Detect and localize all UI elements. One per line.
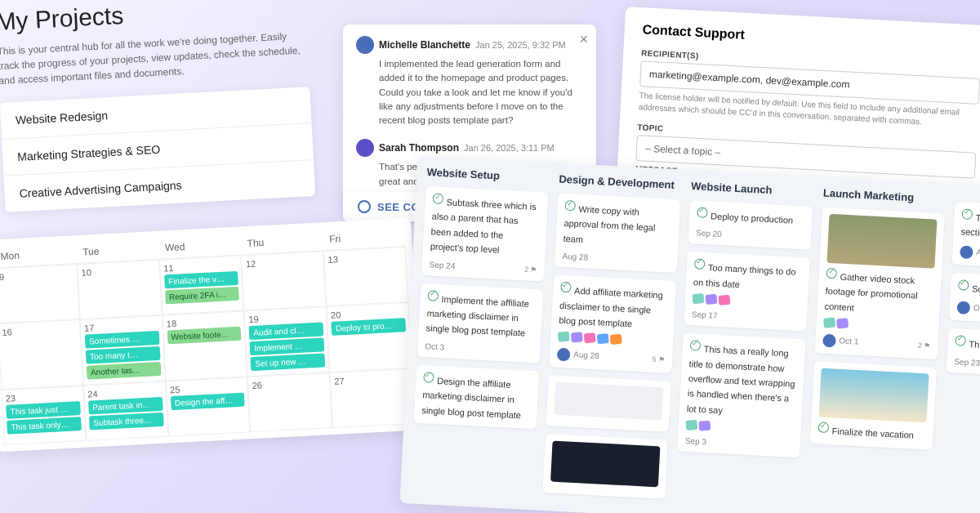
calendar-event[interactable]: Require 2FA i… xyxy=(165,287,240,305)
kanban-card[interactable]: Some POct xyxy=(949,273,980,327)
check-icon xyxy=(694,259,706,270)
comment-author: Sarah Thompson xyxy=(379,142,459,154)
kanban-card[interactable]: Implement the affiliate marketing discla… xyxy=(417,283,544,363)
card-date: Sep 24 xyxy=(429,260,455,270)
calendar-cell[interactable]: 17Sometimes …Too many t…Another tas… xyxy=(80,315,166,386)
kanban-card[interactable]: Write copy with approval from the legal … xyxy=(555,193,681,273)
card-date: Oct 1 xyxy=(839,337,858,346)
calendar-cell[interactable]: 11Finalize the v…Require 2FA i… xyxy=(159,255,244,314)
comment-body: I implemented the lead generation form a… xyxy=(379,57,583,127)
kanban-column: Launch MarketingGather video stock foota… xyxy=(806,186,946,513)
calendar-cell[interactable]: 20Deploy to pro… xyxy=(327,302,412,372)
card-footer: Aug 285 ⚑ xyxy=(557,348,666,367)
calendar-cell[interactable]: 18Website foote… xyxy=(162,310,247,381)
card-date: Oct 3 xyxy=(425,341,444,351)
calendar-event[interactable]: Design the aff… xyxy=(170,393,245,411)
card-footer: Sep 17 xyxy=(692,310,800,324)
card-tags xyxy=(693,293,800,309)
calendar-cell[interactable]: 13 xyxy=(323,247,408,306)
check-icon xyxy=(826,268,837,279)
kanban-card[interactable]: Subtask three which is also a parent tha… xyxy=(421,186,548,281)
calendar-event[interactable]: Website foote… xyxy=(167,327,242,345)
avatar xyxy=(956,301,970,314)
kanban-card[interactable]: Too many things to do on this dateSep 17 xyxy=(684,252,809,332)
card-tags xyxy=(686,420,794,435)
calendar-event[interactable]: Sometimes … xyxy=(85,331,160,349)
kanban-card[interactable]: This name aSep 23 xyxy=(947,328,980,378)
card-footer: Oct 12 ⚑ xyxy=(822,334,931,353)
card-meta: 5 ⚑ xyxy=(652,355,665,364)
calendar-event[interactable]: Audit and cl… xyxy=(249,322,324,340)
card-footer: Sep 242 ⚑ xyxy=(429,260,537,274)
card-text: This name a xyxy=(969,339,980,351)
kanban-board: Website SetupSubtask three which is also… xyxy=(399,155,980,513)
check-icon xyxy=(560,282,572,293)
chat-icon xyxy=(358,200,371,213)
calendar-cell[interactable]: 16 xyxy=(0,319,83,390)
calendar-cell[interactable]: 19Audit and cl…Implement …Set up new … xyxy=(244,306,330,377)
calendar-cell[interactable]: 27 xyxy=(330,368,415,428)
kanban-column-title: Design & Development xyxy=(559,172,682,191)
check-icon xyxy=(690,340,702,351)
card-meta: 2 ⚑ xyxy=(524,265,537,274)
card-image xyxy=(554,382,663,421)
kanban-card[interactable]: Design the affiliate marketing disclaime… xyxy=(414,364,540,429)
calendar-event[interactable]: Set up new … xyxy=(251,353,326,371)
kanban-column: This task is project sectionAug 22Some P… xyxy=(938,194,980,513)
calendar-event[interactable]: This task only… xyxy=(7,417,82,435)
calendar-cell[interactable]: 10 xyxy=(77,260,162,319)
kanban-card[interactable]: Add affiliate marketing disclaimer to th… xyxy=(549,274,676,373)
calendar-event[interactable]: Finalize the v… xyxy=(164,271,239,289)
calendar-cell[interactable]: 25Design the aff… xyxy=(165,377,250,436)
card-tags xyxy=(823,318,931,333)
kanban-column-title xyxy=(956,194,980,200)
calendar-cell[interactable]: 24Parent task in…Subtask three… xyxy=(83,381,168,441)
projects-list: Website Redesign Marketing Strategies & … xyxy=(0,87,315,212)
calendar-event[interactable]: Implement … xyxy=(250,337,325,355)
kanban-card[interactable]: Finalize the vacation xyxy=(810,361,937,449)
avatar xyxy=(557,348,571,362)
card-date: Sep 3 xyxy=(685,436,707,446)
comment: Michelle Blanchette Jan 25, 2025, 9:32 P… xyxy=(356,36,583,127)
card-image xyxy=(826,214,937,269)
calendar-event[interactable]: Deploy to pro… xyxy=(332,318,407,336)
card-footer: Sep 23 xyxy=(954,357,980,372)
card-text: Finalize the vacation xyxy=(831,426,914,440)
card-text: Design the affiliate marketing disclaime… xyxy=(421,376,521,420)
kanban-card[interactable]: Deploy to productionSep 20 xyxy=(688,200,813,250)
kanban-card[interactable] xyxy=(546,375,671,432)
calendar-cell[interactable]: 26 xyxy=(247,372,332,432)
card-date: Oct xyxy=(973,303,980,313)
calendar-cell[interactable]: 9 xyxy=(0,264,80,323)
kanban-card[interactable] xyxy=(542,434,668,499)
kanban-column: Website SetupSubtask three which is also… xyxy=(410,166,550,501)
comment-date: Jan 26, 2025, 3:11 PM xyxy=(464,143,555,153)
kanban-card[interactable]: This has a really long title to demonstr… xyxy=(677,333,805,458)
card-tags xyxy=(558,332,666,347)
kanban-column: Design & DevelopmentWrite copy with appr… xyxy=(542,172,682,507)
card-text: Gather video stock footage for promotion… xyxy=(824,272,918,313)
card-footer: Sep 20 xyxy=(696,229,804,243)
kanban-card[interactable]: This task is project sectionAug 22 xyxy=(952,202,980,271)
calendar-event[interactable]: Subtask three… xyxy=(89,413,164,430)
avatar xyxy=(356,36,374,54)
projects-panel: My Projects This is your central hub for… xyxy=(0,0,315,212)
calendar-event[interactable]: Parent task in… xyxy=(88,397,163,415)
card-footer: Aug 28 xyxy=(562,252,670,266)
card-text: This has a really long title to demonstr… xyxy=(687,344,795,415)
kanban-column-title: Launch Marketing xyxy=(823,186,947,205)
calendar-event[interactable]: This task just … xyxy=(6,401,81,419)
card-text: Add affiliate marketing disclaimer to th… xyxy=(559,286,663,329)
check-icon xyxy=(427,290,439,301)
check-icon xyxy=(433,193,444,204)
calendar-event[interactable]: Another tas… xyxy=(87,362,162,380)
calendar-cell[interactable]: 23This task just …This task only… xyxy=(1,386,86,445)
card-date: Aug 22 xyxy=(976,248,980,258)
calendar-event[interactable]: Too many t… xyxy=(86,346,161,364)
kanban-card[interactable]: Gather video stock footage for promotion… xyxy=(815,207,945,359)
calendar-cell[interactable]: 12 xyxy=(241,251,326,310)
close-icon[interactable]: × xyxy=(579,31,588,48)
calendar-panel: MonTueWedThuFri91011Finalize the v…Requi… xyxy=(0,218,421,453)
card-text: Some P xyxy=(972,283,980,295)
card-text: Implement the affiliate marketing discla… xyxy=(425,294,529,338)
